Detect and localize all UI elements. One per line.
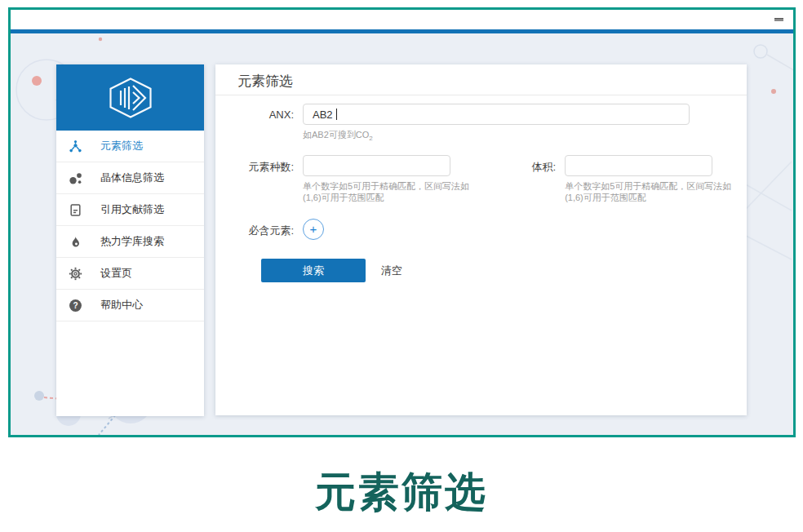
sidebar-logo-header [56,64,204,131]
element-count-label: 元素种数: [215,155,294,175]
add-element-button[interactable]: + [303,219,324,240]
filter-form: ANX: 如AB2可搜到CO2 元素种数: 单个数字如5可用 [215,95,747,282]
anx-label: ANX: [215,104,294,121]
flame-icon [69,235,82,249]
gear-icon [69,267,82,281]
sidebar-item-element-filter[interactable]: 元素筛选 [56,131,204,162]
element-count-input[interactable] [303,155,450,176]
anx-hint: 如AB2可搜到CO2 [303,129,690,144]
anx-row: ANX: 如AB2可搜到CO2 [215,104,747,144]
svg-text:?: ? [73,301,78,310]
document-icon [69,203,82,217]
element-count-hint: 单个数字如5可用于精确匹配，区间写法如 (1,6)可用于范围匹配 [303,180,469,203]
sidebar-item-label: 晶体信息筛选 [100,171,164,185]
content-area: 元素筛选 晶体信息筛选 [11,33,793,435]
window-titlebar [11,10,793,29]
clear-button[interactable]: 清空 [381,264,402,278]
anx-input[interactable] [303,104,690,125]
sidebar-item-crystal-info-filter[interactable]: 晶体信息筛选 [56,162,204,194]
sidebar-item-label: 设置页 [100,266,132,281]
molecule-icon [69,140,82,153]
required-elements-row: 必含元素: + [215,219,747,240]
text-cursor [336,109,337,120]
sidebar: 元素筛选 晶体信息筛选 [56,64,204,416]
volume-label: 体积: [469,155,556,175]
required-elements-label: 必含元素: [215,219,294,238]
search-button[interactable]: 搜索 [261,259,366,282]
volume-hint: 单个数字如5可用于精确匹配，区间写法如 (1,6)可用于范围匹配 [565,180,731,203]
sidebar-item-label: 元素筛选 [100,139,143,153]
app-window: 元素筛选 晶体信息筛选 [8,7,796,437]
sidebar-item-thermodynamics-search[interactable]: 热力学库搜索 [56,226,204,258]
sidebar-item-settings[interactable]: 设置页 [56,258,204,290]
volume-input[interactable] [565,155,712,176]
sidebar-item-label: 引用文献筛选 [100,202,164,217]
filter-panel: 元素筛选 ANX: 如AB2可搜到CO2 元素种数: [215,64,747,415]
sidebar-item-help-center[interactable]: ? 帮助中心 [56,290,204,321]
help-icon: ? [69,299,82,313]
sidebar-item-label: 帮助中心 [100,298,143,313]
action-row: 搜索 清空 [261,259,747,282]
panel-title: 元素筛选 [215,64,747,95]
app-logo-icon [107,78,154,118]
minimize-icon[interactable] [774,18,783,21]
bubble-chart-icon [69,171,82,185]
sidebar-item-label: 热力学库搜索 [100,234,164,249]
page-caption: 元素筛选 [0,465,803,520]
sidebar-item-citation-filter[interactable]: 引用文献筛选 [56,194,204,226]
count-volume-row: 元素种数: 单个数字如5可用于精确匹配，区间写法如 (1,6)可用于范围匹配 体… [215,155,747,203]
